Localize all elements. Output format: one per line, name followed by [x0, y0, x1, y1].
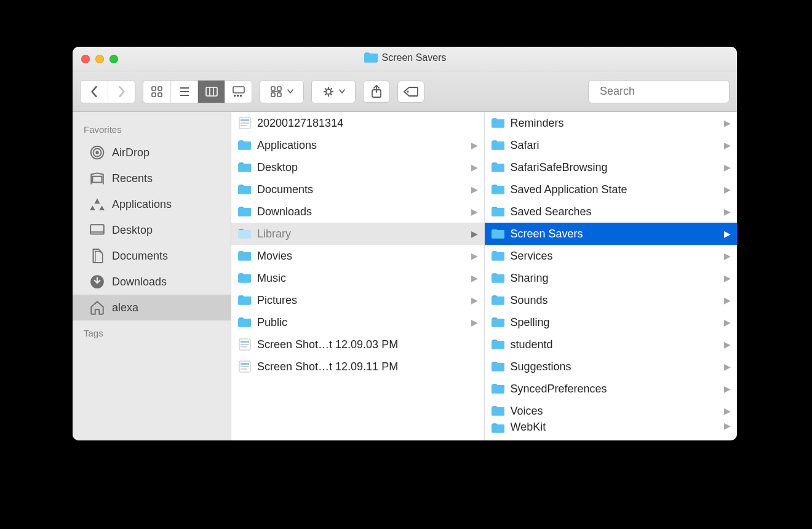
svg-rect-7	[206, 87, 217, 96]
item-label: Downloads	[257, 205, 466, 218]
item-label: 20200127181314	[257, 117, 478, 130]
sidebar-item-label: Downloads	[112, 276, 167, 288]
item-label: Voices	[511, 405, 720, 418]
search-field[interactable]	[588, 80, 730, 103]
folder-icon	[491, 226, 506, 241]
downloads-icon	[89, 274, 106, 290]
share-button[interactable]	[363, 81, 390, 103]
item-label: Spelling	[511, 316, 720, 329]
close-button[interactable]	[81, 55, 90, 63]
item-label: Sounds	[511, 294, 720, 307]
item-services[interactable]: Services▶	[485, 245, 738, 267]
folder-icon	[491, 421, 506, 436]
item-spelling[interactable]: Spelling▶	[485, 311, 738, 333]
item-screenshot-1[interactable]: Screen Shot…t 12.09.03 PM	[231, 333, 484, 356]
item-reminders[interactable]: Reminders▶	[485, 112, 738, 134]
search-input[interactable]	[600, 85, 737, 98]
item-screenshot-2[interactable]: Screen Shot…t 12.09.11 PM	[231, 356, 484, 378]
item-desktop[interactable]: Desktop▶	[231, 156, 484, 178]
sidebar-item-downloads[interactable]: Downloads	[73, 269, 231, 295]
item-20200127181314[interactable]: 20200127181314	[231, 112, 484, 134]
svg-rect-44	[241, 341, 249, 343]
sidebar-item-documents[interactable]: Documents	[73, 243, 231, 269]
item-documents[interactable]: Documents▶	[231, 178, 484, 201]
folder-icon	[491, 404, 506, 418]
svg-rect-10	[233, 87, 244, 93]
folder-icon	[491, 315, 506, 330]
folder-icon	[237, 204, 252, 219]
item-movies[interactable]: Movies▶	[231, 245, 484, 267]
grid-icon	[151, 86, 163, 98]
svg-rect-2	[152, 93, 156, 97]
back-button[interactable]	[81, 81, 108, 103]
item-music[interactable]: Music▶	[231, 267, 484, 289]
item-webkit[interactable]: WebKit▶	[485, 422, 738, 439]
folder-icon	[491, 293, 506, 308]
item-safarisafebrowsing[interactable]: SafariSafeBrowsing▶	[485, 156, 738, 178]
svg-rect-36	[90, 225, 104, 234]
item-label: Public	[257, 316, 466, 329]
sidebar-item-recents[interactable]: Recents	[73, 165, 231, 191]
svg-rect-17	[277, 93, 281, 97]
group-by-button[interactable]	[260, 81, 303, 103]
item-label: studentd	[511, 338, 720, 351]
view-icons-button[interactable]	[143, 81, 170, 103]
item-studentd[interactable]: studentd▶	[485, 333, 738, 356]
svg-point-32	[95, 151, 98, 154]
item-suggestions[interactable]: Suggestions▶	[485, 356, 738, 378]
view-columns-button[interactable]	[197, 81, 225, 103]
item-label: Reminders	[511, 117, 720, 130]
item-applications[interactable]: Applications▶	[231, 134, 484, 156]
sidebar-item-desktop[interactable]: Desktop	[73, 217, 231, 243]
view-list-button[interactable]	[170, 81, 197, 103]
item-safari[interactable]: Safari▶	[485, 134, 738, 156]
svg-rect-16	[271, 93, 275, 97]
folder-icon	[491, 271, 506, 285]
item-voices[interactable]: Voices▶	[485, 400, 738, 422]
item-library[interactable]: Library▶	[231, 223, 484, 245]
svg-rect-3	[158, 93, 162, 97]
view-gallery-button[interactable]	[225, 81, 252, 103]
minimize-button[interactable]	[95, 55, 104, 63]
svg-line-25	[331, 93, 332, 95]
svg-rect-13	[240, 95, 242, 97]
disclosure-arrow-icon: ▶	[724, 229, 731, 239]
item-screen-savers[interactable]: Screen Savers▶	[485, 223, 738, 245]
sidebar-header: Tags	[73, 320, 231, 343]
item-saved-application-state[interactable]: Saved Application State▶	[485, 178, 738, 201]
item-sounds[interactable]: Sounds▶	[485, 289, 738, 311]
share-icon	[370, 85, 383, 98]
item-label: Applications	[257, 139, 466, 152]
sidebar-item-applications[interactable]: Applications	[73, 191, 231, 217]
list-icon	[178, 86, 191, 98]
item-label: Sharing	[511, 272, 720, 285]
item-downloads[interactable]: Downloads▶	[231, 201, 484, 223]
item-label: Suggestions	[511, 360, 720, 373]
tags-button[interactable]	[397, 81, 424, 103]
chevron-left-icon	[90, 86, 98, 97]
item-pictures[interactable]: Pictures▶	[231, 289, 484, 311]
documents-icon	[89, 248, 106, 264]
sidebar-item-label: alexa	[112, 301, 138, 314]
forward-button[interactable]	[108, 81, 135, 103]
sidebar-item-label: Applications	[112, 198, 172, 211]
item-syncedpreferences[interactable]: SyncedPreferences▶	[485, 378, 738, 400]
item-label: Documents	[257, 183, 466, 196]
zoom-button[interactable]	[109, 55, 118, 63]
sidebar: Favorites AirDrop Recents Applications D…	[73, 112, 231, 440]
item-sharing[interactable]: Sharing▶	[485, 267, 738, 289]
disclosure-arrow-icon: ▶	[724, 207, 731, 217]
item-saved-searches[interactable]: Saved Searches▶	[485, 201, 738, 223]
action-menu-button[interactable]	[312, 81, 355, 103]
disclosure-arrow-icon: ▶	[724, 251, 731, 261]
item-public[interactable]: Public▶	[231, 311, 484, 333]
disclosure-arrow-icon: ▶	[724, 118, 731, 128]
disclosure-arrow-icon: ▶	[471, 207, 478, 217]
disclosure-arrow-icon: ▶	[724, 421, 731, 431]
sidebar-item-airdrop[interactable]: AirDrop	[73, 140, 231, 165]
disclosure-arrow-icon: ▶	[724, 317, 731, 327]
disclosure-arrow-icon: ▶	[471, 317, 478, 327]
folder-icon	[237, 182, 252, 197]
sidebar-item-alexa[interactable]: alexa	[73, 295, 231, 320]
titlebar: Screen Savers	[73, 47, 737, 71]
